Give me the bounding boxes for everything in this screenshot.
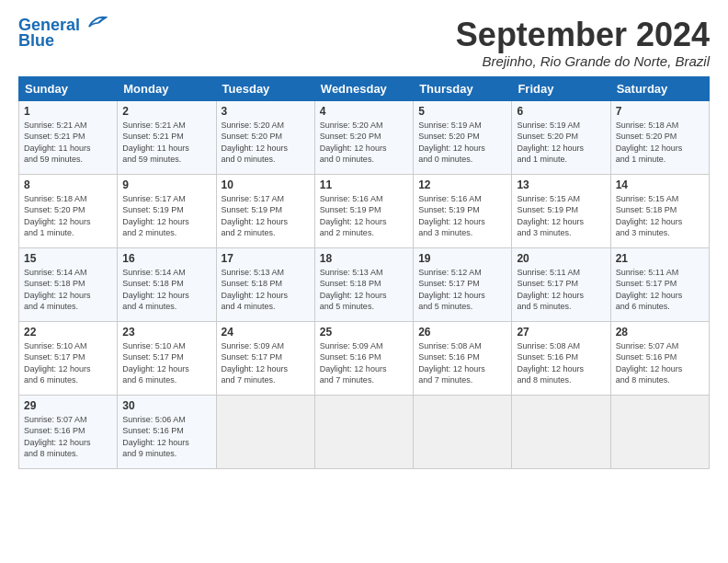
calendar-cell: 12Sunrise: 5:16 AM Sunset: 5:19 PM Dayli… [414, 174, 512, 247]
day-number: 22 [24, 326, 112, 339]
weekday-header-monday: Monday [118, 76, 216, 100]
day-content: Sunrise: 5:11 AM Sunset: 5:17 PM Dayligh… [616, 267, 704, 313]
calendar-cell: 23Sunrise: 5:10 AM Sunset: 5:17 PM Dayli… [118, 321, 216, 395]
day-number: 14 [616, 178, 704, 191]
header: General Blue September 2024 Brejinho, Ri… [18, 17, 710, 69]
calendar-table: SundayMondayTuesdayWednesdayThursdayFrid… [18, 76, 710, 469]
day-number: 19 [418, 252, 506, 265]
calendar-cell: 22Sunrise: 5:10 AM Sunset: 5:17 PM Dayli… [19, 321, 118, 395]
day-content: Sunrise: 5:06 AM Sunset: 5:16 PM Dayligh… [122, 414, 210, 460]
week-row-1: 1Sunrise: 5:21 AM Sunset: 5:21 PM Daylig… [19, 100, 710, 174]
calendar-cell: 26Sunrise: 5:08 AM Sunset: 5:16 PM Dayli… [414, 321, 512, 395]
day-number: 17 [222, 252, 310, 265]
calendar-cell: 1Sunrise: 5:21 AM Sunset: 5:21 PM Daylig… [19, 100, 118, 174]
title-block: September 2024 Brejinho, Rio Grande do N… [456, 17, 710, 69]
calendar-cell: 29Sunrise: 5:07 AM Sunset: 5:16 PM Dayli… [19, 395, 118, 468]
day-content: Sunrise: 5:07 AM Sunset: 5:16 PM Dayligh… [616, 340, 704, 386]
calendar-cell: 19Sunrise: 5:12 AM Sunset: 5:17 PM Dayli… [414, 247, 512, 321]
week-row-3: 15Sunrise: 5:14 AM Sunset: 5:18 PM Dayli… [19, 247, 710, 321]
day-number: 6 [517, 105, 605, 118]
calendar-cell [512, 395, 610, 468]
calendar-cell: 7Sunrise: 5:18 AM Sunset: 5:20 PM Daylig… [610, 100, 709, 174]
day-number: 15 [24, 252, 112, 265]
day-content: Sunrise: 5:10 AM Sunset: 5:17 PM Dayligh… [122, 340, 210, 386]
day-number: 29 [24, 399, 112, 412]
calendar-cell: 8Sunrise: 5:18 AM Sunset: 5:20 PM Daylig… [19, 174, 118, 247]
calendar-cell: 14Sunrise: 5:15 AM Sunset: 5:18 PM Dayli… [610, 174, 709, 247]
calendar-cell: 4Sunrise: 5:20 AM Sunset: 5:20 PM Daylig… [314, 100, 413, 174]
calendar-cell: 13Sunrise: 5:15 AM Sunset: 5:19 PM Dayli… [512, 174, 610, 247]
day-content: Sunrise: 5:12 AM Sunset: 5:17 PM Dayligh… [418, 267, 506, 313]
calendar-cell: 18Sunrise: 5:13 AM Sunset: 5:18 PM Dayli… [314, 247, 413, 321]
calendar-cell: 15Sunrise: 5:14 AM Sunset: 5:18 PM Dayli… [19, 247, 118, 321]
day-content: Sunrise: 5:17 AM Sunset: 5:19 PM Dayligh… [122, 193, 210, 239]
logo-bird-icon [82, 14, 108, 34]
calendar-cell [610, 395, 709, 468]
calendar-cell: 25Sunrise: 5:09 AM Sunset: 5:16 PM Dayli… [314, 321, 413, 395]
day-number: 8 [24, 178, 112, 191]
day-number: 13 [517, 178, 605, 191]
day-content: Sunrise: 5:16 AM Sunset: 5:19 PM Dayligh… [320, 193, 408, 239]
day-content: Sunrise: 5:09 AM Sunset: 5:17 PM Dayligh… [222, 340, 310, 386]
calendar-cell: 10Sunrise: 5:17 AM Sunset: 5:19 PM Dayli… [216, 174, 314, 247]
day-content: Sunrise: 5:20 AM Sunset: 5:20 PM Dayligh… [222, 120, 310, 166]
day-content: Sunrise: 5:20 AM Sunset: 5:20 PM Dayligh… [320, 120, 408, 166]
calendar-cell [414, 395, 512, 468]
day-content: Sunrise: 5:19 AM Sunset: 5:20 PM Dayligh… [418, 120, 506, 166]
calendar-cell: 27Sunrise: 5:08 AM Sunset: 5:16 PM Dayli… [512, 321, 610, 395]
day-number: 11 [320, 178, 408, 191]
day-content: Sunrise: 5:18 AM Sunset: 5:20 PM Dayligh… [616, 120, 704, 166]
day-content: Sunrise: 5:14 AM Sunset: 5:18 PM Dayligh… [122, 267, 210, 313]
calendar-cell [216, 395, 314, 468]
calendar-cell: 20Sunrise: 5:11 AM Sunset: 5:17 PM Dayli… [512, 247, 610, 321]
day-number: 28 [616, 326, 704, 339]
page-container: General Blue September 2024 Brejinho, Ri… [0, 0, 728, 478]
weekday-header-friday: Friday [512, 76, 610, 100]
calendar-cell: 16Sunrise: 5:14 AM Sunset: 5:18 PM Dayli… [118, 247, 216, 321]
day-number: 30 [122, 399, 210, 412]
day-number: 7 [616, 105, 704, 118]
calendar-cell [314, 395, 413, 468]
calendar-cell: 6Sunrise: 5:19 AM Sunset: 5:20 PM Daylig… [512, 100, 610, 174]
weekday-header-wednesday: Wednesday [314, 76, 413, 100]
day-content: Sunrise: 5:14 AM Sunset: 5:18 PM Dayligh… [24, 267, 112, 313]
day-number: 10 [222, 178, 310, 191]
day-number: 1 [24, 105, 112, 118]
calendar-cell: 21Sunrise: 5:11 AM Sunset: 5:17 PM Dayli… [610, 247, 709, 321]
day-number: 4 [320, 105, 408, 118]
day-content: Sunrise: 5:10 AM Sunset: 5:17 PM Dayligh… [24, 340, 112, 386]
day-content: Sunrise: 5:07 AM Sunset: 5:16 PM Dayligh… [24, 414, 112, 460]
day-number: 5 [418, 105, 506, 118]
week-row-5: 29Sunrise: 5:07 AM Sunset: 5:16 PM Dayli… [19, 395, 710, 468]
weekday-header-saturday: Saturday [610, 76, 709, 100]
calendar-cell: 17Sunrise: 5:13 AM Sunset: 5:18 PM Dayli… [216, 247, 314, 321]
day-number: 23 [122, 326, 210, 339]
day-content: Sunrise: 5:17 AM Sunset: 5:19 PM Dayligh… [222, 193, 310, 239]
day-content: Sunrise: 5:15 AM Sunset: 5:18 PM Dayligh… [616, 193, 704, 239]
day-content: Sunrise: 5:21 AM Sunset: 5:21 PM Dayligh… [122, 120, 210, 166]
calendar-cell: 11Sunrise: 5:16 AM Sunset: 5:19 PM Dayli… [314, 174, 413, 247]
day-number: 2 [122, 105, 210, 118]
day-content: Sunrise: 5:13 AM Sunset: 5:18 PM Dayligh… [222, 267, 310, 313]
calendar-cell: 2Sunrise: 5:21 AM Sunset: 5:21 PM Daylig… [118, 100, 216, 174]
day-number: 27 [517, 326, 605, 339]
day-number: 3 [222, 105, 310, 118]
day-content: Sunrise: 5:18 AM Sunset: 5:20 PM Dayligh… [24, 193, 112, 239]
day-content: Sunrise: 5:13 AM Sunset: 5:18 PM Dayligh… [320, 267, 408, 313]
day-content: Sunrise: 5:21 AM Sunset: 5:21 PM Dayligh… [24, 120, 112, 166]
day-number: 12 [418, 178, 506, 191]
logo-blue: Blue [18, 31, 54, 51]
day-content: Sunrise: 5:08 AM Sunset: 5:16 PM Dayligh… [418, 340, 506, 386]
logo: General Blue [18, 17, 108, 51]
day-number: 18 [320, 252, 408, 265]
calendar-cell: 9Sunrise: 5:17 AM Sunset: 5:19 PM Daylig… [118, 174, 216, 247]
calendar-cell: 5Sunrise: 5:19 AM Sunset: 5:20 PM Daylig… [414, 100, 512, 174]
calendar-cell: 3Sunrise: 5:20 AM Sunset: 5:20 PM Daylig… [216, 100, 314, 174]
day-number: 21 [616, 252, 704, 265]
weekday-header-thursday: Thursday [414, 76, 512, 100]
day-content: Sunrise: 5:11 AM Sunset: 5:17 PM Dayligh… [517, 267, 605, 313]
day-number: 26 [418, 326, 506, 339]
calendar-cell: 28Sunrise: 5:07 AM Sunset: 5:16 PM Dayli… [610, 321, 709, 395]
day-number: 25 [320, 326, 408, 339]
week-row-2: 8Sunrise: 5:18 AM Sunset: 5:20 PM Daylig… [19, 174, 710, 247]
